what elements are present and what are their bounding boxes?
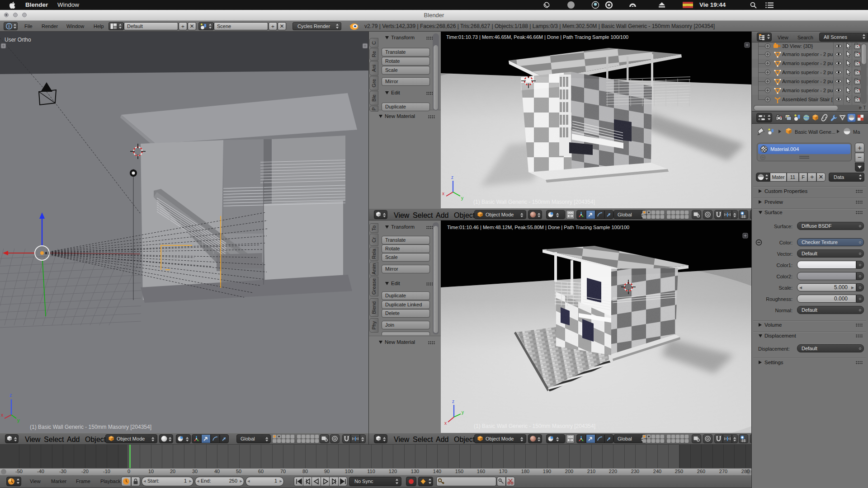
svg-text:x: x [444,421,447,426]
svg-text:x: x [1,412,4,418]
svg-text:y: y [462,410,464,415]
svg-text:z: z [451,175,453,180]
svg-text:z: z [452,399,454,404]
svg-text:Time:01:10.73 | Mem:46.65M, Pe: Time:01:10.73 | Mem:46.65M, Peak:46.66M … [446,34,628,40]
svg-text:Object Mode: Object Mode [117,436,145,441]
svg-text:Time:01:10.46 | Mem:48.12M, Pe: Time:01:10.46 | Mem:48.12M, Peak:55.80M … [447,225,629,230]
svg-text:z: z [9,392,12,398]
svg-text:Object Mode: Object Mode [486,212,514,217]
svg-text:(1) Basic Wall Generic - 150mm: (1) Basic Wall Generic - 150mm Masonry [… [473,199,595,205]
svg-text:i: i [9,24,10,29]
svg-text:Object Mode: Object Mode [486,436,514,441]
svg-text:(1) Basic Wall Generic - 150mm: (1) Basic Wall Generic - 150mm Masonry [… [474,423,595,429]
svg-text:y: y [17,418,20,423]
svg-text:User Ortho: User Ortho [5,37,31,43]
svg-text:ISO: ISO [686,5,690,8]
svg-text:(1) Basic Wall Generic - 150mm: (1) Basic Wall Generic - 150mm Masonry [… [30,424,151,430]
svg-text:y: y [461,196,463,201]
svg-text:x: x [442,191,444,196]
